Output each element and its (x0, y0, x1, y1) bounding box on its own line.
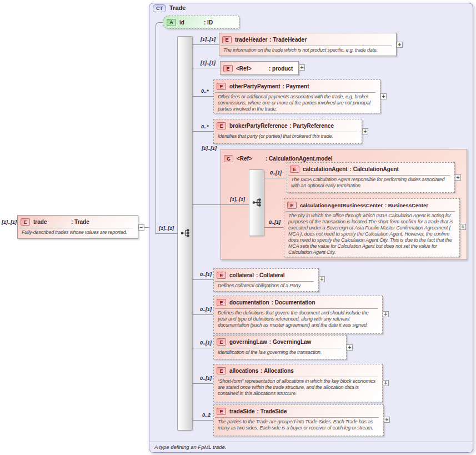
element-name: tradeSide (229, 408, 255, 414)
element-name: <Ref> (236, 66, 267, 72)
complex-type-annotation: A type defining an FpML trade. (154, 444, 226, 450)
connector-line (193, 383, 213, 384)
element-badge-icon: E (217, 299, 226, 306)
element-type: : Trade (71, 219, 89, 225)
annotation: “Short-form” representation of allocatio… (214, 377, 382, 398)
element-badge-icon: E (222, 36, 232, 43)
element-badge-icon: E (217, 122, 226, 129)
annotation: Identification of the law governing the … (214, 348, 346, 357)
element-type: : product (269, 66, 293, 72)
element-broker-party-reference[interactable]: EbrokerPartyReference: PartyReference Id… (213, 119, 362, 144)
annotation: Other fees or additional payments associ… (214, 93, 380, 114)
element-badge-icon: E (290, 166, 299, 173)
element-badge-icon: E (217, 338, 226, 346)
complex-type-title: Trade (169, 4, 186, 11)
element-name: governingLaw (229, 339, 267, 345)
connector-line (193, 204, 249, 205)
cardinality-label: 0..[1] (200, 376, 212, 381)
element-name: calculationAgentBusinessCenter (300, 202, 383, 208)
group-type: : CalculationAgent.model (265, 156, 333, 162)
connector-line (193, 68, 220, 68)
element-trade-header[interactable]: EtradeHeader: TradeHeader The informatio… (219, 33, 397, 56)
cardinality-label: 0..[1] (200, 307, 212, 312)
element-type: : Allocations (260, 368, 294, 374)
element-name: allocations (229, 368, 258, 374)
element-type: : Payment (283, 83, 309, 89)
cardinality-label: 0..* (201, 88, 209, 94)
connector-line (156, 233, 177, 234)
cardinality-label: 0..* (201, 124, 209, 129)
expand-icon[interactable]: + (362, 128, 368, 134)
element-type: : Documentation (272, 299, 315, 306)
connector-line (193, 44, 219, 45)
element-allocations[interactable]: Eallocations: Allocations “Short-form” r… (213, 364, 383, 402)
connector-line (193, 279, 213, 280)
schema-diagram: A type defining an FpML trade. CT Trade … (0, 0, 476, 455)
element-collateral[interactable]: Ecollateral: Collateral Defines collater… (213, 268, 319, 292)
cardinality-label: [1]..[1] (201, 60, 216, 66)
element-trade-side[interactable]: EtradeSide: TradeSide The parties to the… (213, 404, 384, 436)
cardinality-label: [1]..[1] (201, 37, 216, 42)
element-name: collateral (229, 272, 254, 278)
expand-icon[interactable]: + (319, 276, 325, 282)
element-name: documentation (229, 299, 269, 306)
annotation: Defines the definitions that govern the … (214, 309, 382, 330)
expand-icon[interactable]: + (455, 174, 461, 181)
connector-line (193, 348, 213, 348)
element-calculation-agent[interactable]: EcalculationAgent: CalculationAgent The … (287, 162, 455, 193)
element-type: : Collateral (256, 272, 285, 278)
element-calculation-agent-business-center[interactable]: EcalculationAgentBusinessCenter: Busines… (284, 198, 460, 257)
annotation: The parties to the Trade are grouped int… (214, 418, 383, 433)
element-other-party-payment[interactable]: EotherPartyPayment: Payment Other fees o… (213, 79, 380, 113)
element-governing-law[interactable]: EgoverningLaw: GoverningLaw Identificati… (213, 335, 347, 359)
element-name: calculationAgent (303, 166, 348, 172)
element-badge-icon: E (217, 272, 226, 279)
element-documentation[interactable]: Edocumentation: Documentation Defines th… (213, 296, 383, 334)
attribute-name: id (179, 19, 202, 26)
sequence-icon (181, 229, 190, 237)
element-type: : CalculationAgent (350, 166, 399, 172)
connector-line (193, 131, 213, 132)
collapse-icon[interactable]: − (138, 224, 144, 231)
sequence-icon (252, 198, 262, 207)
attribute-type: : ID (204, 19, 213, 26)
element-badge-icon: E (217, 367, 226, 374)
attribute-badge-icon: A (167, 19, 176, 26)
element-badge-icon: E (217, 83, 226, 90)
connector-line (144, 227, 149, 228)
element-name: otherPartyPayment (229, 83, 280, 89)
element-product-ref[interactable]: E<Ref>: product (220, 61, 299, 75)
expand-icon[interactable]: + (347, 344, 353, 351)
expand-icon[interactable]: + (383, 380, 389, 386)
cardinality-label: 0..[1] (269, 219, 280, 225)
element-badge-icon: E (223, 65, 233, 72)
cardinality-label: 0..2 (202, 412, 211, 418)
element-badge-icon: E (21, 218, 30, 226)
cardinality-label: 0..[1] (200, 272, 212, 277)
element-name: trade (33, 219, 69, 225)
annotation: Identifies that party (or parties) that … (214, 132, 362, 141)
element-type: : PartyReference (290, 123, 334, 129)
element-name: brokerPartyReference (229, 123, 288, 129)
annotation: The ISDA Calculation Agent responsible f… (287, 176, 454, 191)
expand-icon[interactable]: + (299, 64, 305, 71)
annotation: The information on the trade which is no… (219, 46, 396, 55)
element-type: : TradeSide (257, 408, 287, 414)
cardinality-label: [1]..[1] (2, 219, 17, 225)
attribute-id[interactable]: A id : ID (163, 16, 239, 29)
connector-line (193, 420, 213, 421)
expand-icon[interactable]: + (384, 417, 390, 423)
expand-icon[interactable]: + (460, 224, 466, 230)
annotation: Defines collateral obiligations of a Par… (214, 282, 318, 291)
expand-icon[interactable]: + (380, 93, 387, 99)
element-badge-icon: E (217, 408, 226, 415)
cardinality-label: [1]..[1] (159, 226, 174, 231)
expand-icon[interactable]: + (397, 42, 403, 48)
group-badge-icon: G (224, 155, 233, 162)
connector-line (264, 227, 284, 228)
expand-icon[interactable]: + (383, 311, 389, 317)
complex-type-badge-icon: CT (153, 4, 166, 12)
root-element-trade[interactable]: E trade : Trade Fully-described trades w… (17, 215, 138, 239)
annotation: The city in which the office through whi… (284, 212, 459, 257)
footer-divider (149, 442, 473, 442)
